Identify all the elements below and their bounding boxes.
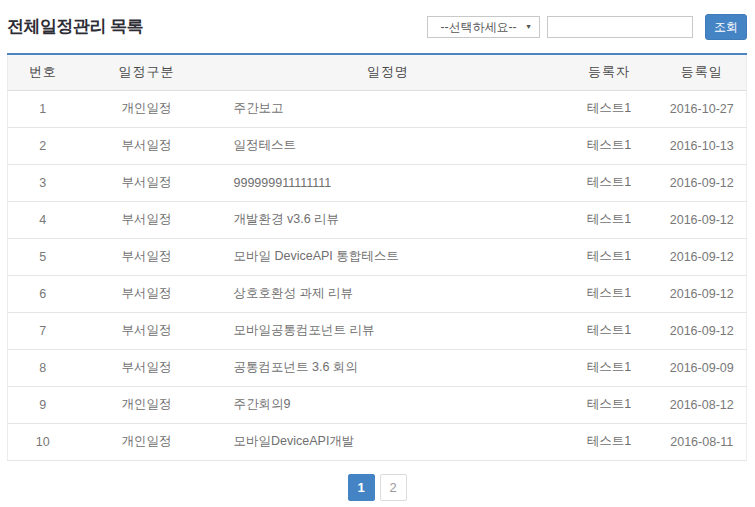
column-header-no: 번호 bbox=[8, 54, 78, 90]
column-header-author: 등록자 bbox=[561, 54, 658, 90]
cell-no: 5 bbox=[8, 238, 78, 275]
schedule-table-body: 1개인일정주간보고테스트12016-10-272부서일정일정테스트테스트1201… bbox=[8, 90, 747, 460]
table-row: 5부서일정모바일 DeviceAPI 통합테스트테스트12016-09-12 bbox=[8, 238, 747, 275]
cell-date: 2016-10-13 bbox=[658, 127, 747, 164]
cell-author: 테스트1 bbox=[561, 201, 658, 238]
cell-author: 테스트1 bbox=[561, 164, 658, 201]
search-input[interactable] bbox=[547, 16, 693, 38]
cell-no: 6 bbox=[8, 275, 78, 312]
cell-name[interactable]: 주간보고 bbox=[216, 90, 561, 127]
page-button-1[interactable]: 1 bbox=[348, 474, 375, 501]
cell-date: 2016-08-11 bbox=[658, 423, 747, 460]
cell-date: 2016-09-12 bbox=[658, 201, 747, 238]
cell-name[interactable]: 일정테스트 bbox=[216, 127, 561, 164]
cell-no: 1 bbox=[8, 90, 78, 127]
cell-name[interactable]: 개발환경 v3.6 리뷰 bbox=[216, 201, 561, 238]
cell-no: 9 bbox=[8, 386, 78, 423]
cell-author: 테스트1 bbox=[561, 90, 658, 127]
cell-author: 테스트1 bbox=[561, 127, 658, 164]
cell-no: 8 bbox=[8, 349, 78, 386]
table-row: 3부서일정999999911111111테스트12016-09-12 bbox=[8, 164, 747, 201]
column-header-type: 일정구분 bbox=[78, 54, 216, 90]
cell-type: 개인일정 bbox=[78, 386, 216, 423]
cell-type: 부서일정 bbox=[78, 238, 216, 275]
top-bar: 전체일정관리 목록 --선택하세요-- ▼ 조회 bbox=[7, 0, 747, 53]
table-row: 7부서일정모바일공통컴포넌트 리뷰테스트12016-09-12 bbox=[8, 312, 747, 349]
cell-author: 테스트1 bbox=[561, 386, 658, 423]
cell-date: 2016-10-27 bbox=[658, 90, 747, 127]
cell-type: 개인일정 bbox=[78, 90, 216, 127]
cell-type: 부서일정 bbox=[78, 275, 216, 312]
cell-author: 테스트1 bbox=[561, 349, 658, 386]
table-row: 1개인일정주간보고테스트12016-10-27 bbox=[8, 90, 747, 127]
column-header-date: 등록일 bbox=[658, 54, 747, 90]
column-header-name: 일정명 bbox=[216, 54, 561, 90]
cell-type: 개인일정 bbox=[78, 423, 216, 460]
cell-name[interactable]: 모바일공통컴포넌트 리뷰 bbox=[216, 312, 561, 349]
cell-no: 3 bbox=[8, 164, 78, 201]
cell-name[interactable]: 주간회의9 bbox=[216, 386, 561, 423]
cell-type: 부서일정 bbox=[78, 164, 216, 201]
cell-type: 부서일정 bbox=[78, 127, 216, 164]
schedule-type-select-wrap: --선택하세요-- ▼ bbox=[427, 16, 540, 38]
cell-author: 테스트1 bbox=[561, 275, 658, 312]
cell-name[interactable]: 공통컴포넌트 3.6 회의 bbox=[216, 349, 561, 386]
cell-author: 테스트1 bbox=[561, 238, 658, 275]
search-button[interactable]: 조회 bbox=[705, 14, 747, 40]
table-header-row: 번호 일정구분 일정명 등록자 등록일 bbox=[8, 54, 747, 90]
schedule-type-select[interactable]: --선택하세요-- bbox=[427, 16, 540, 38]
table-row: 4부서일정개발환경 v3.6 리뷰테스트12016-09-12 bbox=[8, 201, 747, 238]
table-row: 2부서일정일정테스트테스트12016-10-13 bbox=[8, 127, 747, 164]
table-row: 10개인일정모바일DeviceAPI개발테스트12016-08-11 bbox=[8, 423, 747, 460]
cell-no: 2 bbox=[8, 127, 78, 164]
cell-date: 2016-08-12 bbox=[658, 386, 747, 423]
cell-date: 2016-09-12 bbox=[658, 312, 747, 349]
cell-name[interactable]: 999999911111111 bbox=[216, 164, 561, 201]
cell-type: 부서일정 bbox=[78, 201, 216, 238]
schedule-table: 번호 일정구분 일정명 등록자 등록일 1개인일정주간보고테스트12016-10… bbox=[7, 53, 747, 461]
pagination: 12 bbox=[7, 474, 747, 501]
table-row: 6부서일정상호호환성 과제 리뷰테스트12016-09-12 bbox=[8, 275, 747, 312]
cell-date: 2016-09-09 bbox=[658, 349, 747, 386]
cell-author: 테스트1 bbox=[561, 312, 658, 349]
cell-name[interactable]: 모바일DeviceAPI개발 bbox=[216, 423, 561, 460]
cell-type: 부서일정 bbox=[78, 349, 216, 386]
page-container: 전체일정관리 목록 --선택하세요-- ▼ 조회 번호 일정구분 일정명 등록자… bbox=[0, 0, 755, 501]
page-button-2[interactable]: 2 bbox=[380, 474, 407, 501]
table-row: 9개인일정주간회의9테스트12016-08-12 bbox=[8, 386, 747, 423]
cell-no: 7 bbox=[8, 312, 78, 349]
cell-date: 2016-09-12 bbox=[658, 164, 747, 201]
table-header: 번호 일정구분 일정명 등록자 등록일 bbox=[8, 54, 747, 90]
cell-date: 2016-09-12 bbox=[658, 275, 747, 312]
cell-name[interactable]: 상호호환성 과제 리뷰 bbox=[216, 275, 561, 312]
cell-type: 부서일정 bbox=[78, 312, 216, 349]
table-row: 8부서일정공통컴포넌트 3.6 회의테스트12016-09-09 bbox=[8, 349, 747, 386]
cell-no: 10 bbox=[8, 423, 78, 460]
page-title: 전체일정관리 목록 bbox=[7, 15, 143, 38]
cell-no: 4 bbox=[8, 201, 78, 238]
search-controls: --선택하세요-- ▼ 조회 bbox=[427, 14, 747, 40]
cell-date: 2016-09-12 bbox=[658, 238, 747, 275]
cell-author: 테스트1 bbox=[561, 423, 658, 460]
cell-name[interactable]: 모바일 DeviceAPI 통합테스트 bbox=[216, 238, 561, 275]
